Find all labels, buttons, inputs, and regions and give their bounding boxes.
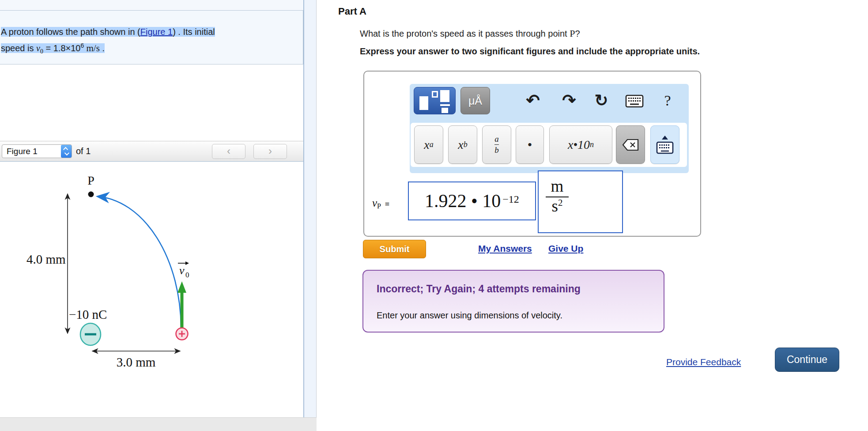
multiplication-dot-key[interactable]: • <box>516 125 544 164</box>
width-label: 3.0 mm <box>117 355 156 369</box>
physics-figure: 4.0 mm 3.0 mm P v 0 −10 nC <box>0 162 303 417</box>
backspace-icon <box>622 139 639 151</box>
figure-toolbar: Figure 1 of 1 ‹ › <box>0 141 303 162</box>
figure-select-value: Figure 1 <box>2 147 61 156</box>
figure-select-stepper-icon[interactable] <box>61 145 72 158</box>
units-fraction: m s2 <box>546 178 569 215</box>
provide-feedback-link[interactable]: Provide Feedback <box>666 357 741 367</box>
superscript-key[interactable]: xa <box>414 125 443 164</box>
v0-label: v <box>179 264 185 277</box>
problem-line2: speed is v0 = 1.8×106 m/s . <box>1 43 105 53</box>
problem-statement: A proton follows the path shown in (Figu… <box>1 25 297 58</box>
feedback-panel: Incorrect; Try Again; 4 attempts remaini… <box>362 270 664 333</box>
figure-select[interactable]: Figure 1 <box>2 144 72 158</box>
mastering-physics-page: A proton follows the path shown in (Figu… <box>0 0 868 431</box>
v0-symbol: v <box>36 43 40 53</box>
horizontal-scrollbar-track[interactable] <box>0 417 317 431</box>
v0-vector-arrowhead <box>185 261 189 265</box>
fraction-key[interactable]: a b <box>482 125 511 164</box>
templates-icon-numerator <box>440 90 449 102</box>
figure-1-link[interactable]: Figure 1 <box>140 27 173 37</box>
give-up-link[interactable]: Give Up <box>548 243 583 254</box>
v0-label-sub: 0 <box>185 271 189 279</box>
part-title: Part A <box>338 6 366 17</box>
problem-line1: A proton follows the path shown in (Figu… <box>1 27 215 37</box>
charge-label: −10 nC <box>69 307 107 321</box>
figure-count-label: of 1 <box>76 144 91 158</box>
answer-instruction: Express your answer to two significant f… <box>360 46 700 57</box>
keypad-toggle-icon <box>656 135 674 155</box>
point-p-ref: P <box>570 28 575 39</box>
answer-units-input[interactable]: m s2 <box>538 170 623 233</box>
question-text: What is the proton's speed as it passes … <box>360 28 580 39</box>
problem-statement-box: A proton follows the path shown in (Figu… <box>0 10 303 64</box>
feedback-hint: Enter your answer using dimensions of ve… <box>377 310 562 321</box>
templates-icon-fraction-bar <box>440 104 450 106</box>
help-icon[interactable]: ? <box>657 91 678 111</box>
templates-icon-square <box>432 91 438 98</box>
templates-icon-denominator <box>442 108 448 113</box>
keyboard-icon[interactable] <box>625 95 644 108</box>
proton-path-arc <box>98 197 181 328</box>
figure-prev-button[interactable]: ‹ <box>212 144 245 159</box>
backspace-key[interactable] <box>616 125 645 164</box>
submit-button[interactable]: Submit <box>363 240 426 258</box>
left-panel-top-strip <box>0 0 303 10</box>
answer-exponent: −12 <box>502 193 519 205</box>
answer-variable-label: v P = <box>372 197 389 209</box>
feedback-title: Incorrect; Try Again; 4 attempts remaini… <box>377 283 581 295</box>
templates-button[interactable] <box>414 87 456 114</box>
redo-icon[interactable]: ↷ <box>559 91 579 111</box>
units-button[interactable]: μÅ <box>460 87 490 114</box>
templates-icon <box>419 96 428 110</box>
scientific-notation-key[interactable]: x•10n <box>549 125 612 164</box>
figure-next-button[interactable]: › <box>253 144 287 159</box>
velocity-arrowhead <box>177 281 186 293</box>
point-p-label: P <box>87 174 94 187</box>
fraction-bar <box>494 144 499 145</box>
undo-icon[interactable]: ↶ <box>523 91 543 111</box>
keypad-toggle-key[interactable] <box>650 125 679 164</box>
answer-value-input[interactable]: 1.922 • 10−12 <box>408 181 536 220</box>
reset-icon[interactable]: ↻ <box>591 91 611 111</box>
continue-button[interactable]: Continue <box>775 348 839 372</box>
my-answers-link[interactable]: My Answers <box>478 243 532 254</box>
height-label: 4.0 mm <box>26 252 66 266</box>
subscript-key[interactable]: xb <box>448 125 477 164</box>
panel-divider-gutter[interactable] <box>303 0 317 431</box>
point-p-dot <box>88 192 94 197</box>
